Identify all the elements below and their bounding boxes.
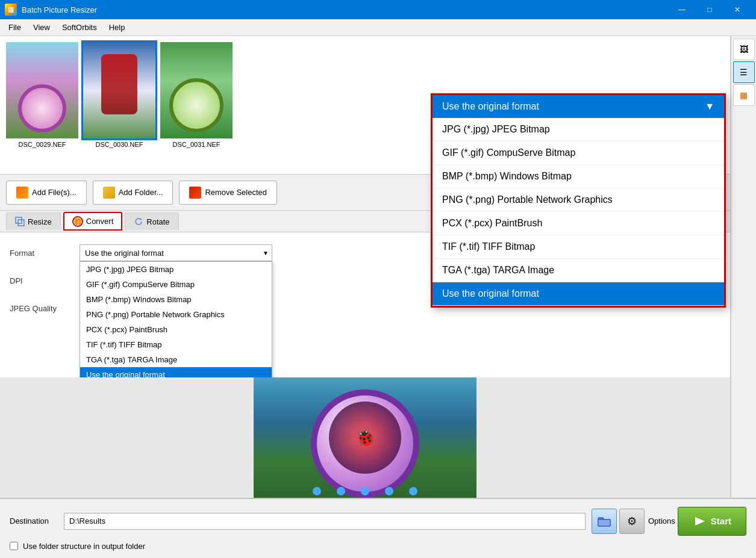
dropdown-item-2[interactable]: BMP (*.bmp) Windows Bitmap [80, 292, 272, 307]
thumb-image-3 [160, 42, 233, 138]
dropdown-item-5[interactable]: TIF (*.tif) TIFF Bitmap [80, 337, 272, 352]
convert-circle-icon [72, 216, 83, 227]
title-bar: 🖼 Batch Picture Resizer — □ ✕ [0, 0, 756, 19]
thumb-label-1: DSC_0029.NEF [19, 141, 66, 148]
dropdown-item-3[interactable]: PNG (*.png) Portable Network Graphics [80, 307, 272, 322]
add-folder-button[interactable]: Add Folder... [93, 181, 173, 205]
big-format-dropdown: Use the original format ▼ JPG (*.jpg) JP… [431, 93, 726, 308]
start-button[interactable]: Start [678, 507, 746, 536]
big-dropdown-item-6[interactable]: TGA (*.tga) TARGA Image [433, 259, 724, 282]
thumb-label-3: DSC_0031.NEF [173, 141, 220, 148]
menu-view[interactable]: View [27, 20, 56, 34]
start-label: Start [711, 516, 731, 526]
big-dropdown-item-0[interactable]: JPG (*.jpg) JPEG Bitmap [433, 118, 724, 141]
sidebar-image-view-btn[interactable]: 🖼 [733, 39, 755, 60]
preview-image: 🐞 [254, 377, 476, 498]
maximize-button[interactable]: □ [696, 0, 723, 19]
tab-convert-label: Convert [86, 217, 114, 226]
dropdown-item-0[interactable]: JPG (*.jpg) JPEG Bitmap [80, 262, 272, 277]
big-dropdown-item-5[interactable]: TIF (*.tif) TIFF Bitmap [433, 235, 724, 259]
thumbnail-2[interactable]: DSC_0030.NEF [83, 42, 155, 148]
app-icon: 🖼 [5, 4, 17, 16]
dropdown-item-6[interactable]: TGA (*.tga) TARGA Image [80, 352, 272, 367]
browse-folder-button[interactable] [592, 509, 617, 534]
big-dropdown-item-1[interactable]: GIF (*.gif) CompuServe Bitmap [433, 141, 724, 165]
remove-selected-button[interactable]: Remove Selected [179, 181, 277, 205]
big-dropdown-item-3[interactable]: PNG (*.png) Portable Network Graphics [433, 188, 724, 212]
big-dropdown-item-4[interactable]: PCX (*.pcx) PaintBrush [433, 212, 724, 235]
bottom-bar: Destination ⚙ Options Start [0, 498, 756, 558]
menu-softorbits[interactable]: SoftOrbits [56, 20, 103, 34]
start-arrow-icon [693, 515, 706, 528]
destination-input[interactable] [64, 513, 586, 530]
folder-structure-checkbox[interactable] [10, 542, 18, 550]
menu-bar: File View SoftOrbits Help [0, 19, 756, 36]
destination-row: Destination ⚙ Options Start [10, 507, 746, 536]
close-button[interactable]: ✕ [723, 0, 751, 19]
thumb-wrap-2 [83, 42, 155, 138]
right-sidebar: 🖼 ☰ ▦ [731, 36, 756, 498]
add-files-icon [16, 187, 28, 199]
resize-icon [15, 217, 25, 226]
dropdown-item-1[interactable]: GIF (*.gif) CompuServe Bitmap [80, 277, 272, 292]
thumb-wrap-1 [6, 42, 78, 138]
big-dropdown-header-text: Use the original format [442, 101, 539, 112]
dropdown-item-7[interactable]: Use the original format [80, 367, 272, 377]
remove-selected-label: Remove Selected [205, 188, 267, 197]
thumbnail-3[interactable]: DSC_0031.NEF [160, 42, 233, 148]
tab-rotate-label: Rotate [146, 217, 169, 226]
format-select-wrapper: JPG (*.jpg) JPEG Bitmap GIF (*.gif) Comp… [80, 244, 272, 261]
big-dropdown-item-2[interactable]: BMP (*.bmp) Windows Bitmap [433, 165, 724, 188]
thumb-label-2: DSC_0030.NEF [96, 141, 143, 148]
format-dropdown-open: JPG (*.jpg) JPEG Bitmap GIF (*.gif) Comp… [80, 261, 272, 377]
preview-area: 🐞 [0, 377, 730, 498]
format-select[interactable]: JPG (*.jpg) JPEG Bitmap GIF (*.gif) Comp… [80, 244, 272, 261]
big-dropdown-arrow: ▼ [705, 101, 714, 112]
format-label: Format [10, 249, 70, 258]
options-label: Options [648, 516, 675, 525]
rotate-icon [134, 217, 143, 226]
svg-marker-4 [695, 517, 705, 525]
folder-icon [597, 515, 611, 527]
options-button[interactable]: ⚙ [619, 509, 645, 534]
checkbox-row: Use folder structure in output folder [10, 542, 746, 551]
svg-rect-1 [18, 220, 24, 226]
thumbnail-1[interactable]: DSC_0029.NEF [6, 42, 78, 148]
jpeg-quality-label: JPEG Quality [10, 304, 70, 313]
menu-file[interactable]: File [2, 20, 27, 34]
menu-help[interactable]: Help [103, 20, 131, 34]
window-controls: — □ ✕ [668, 0, 751, 19]
tab-convert[interactable]: Convert [63, 212, 123, 231]
add-files-label: Add File(s)... [32, 188, 77, 197]
thumb-image-2 [83, 42, 155, 138]
add-files-button[interactable]: Add File(s)... [6, 181, 87, 205]
minimize-button[interactable]: — [668, 0, 696, 19]
big-dropdown-item-7[interactable]: Use the original format [433, 282, 724, 306]
destination-label: Destination [10, 516, 58, 525]
convert-icon [74, 218, 81, 225]
sidebar-grid-view-btn[interactable]: ▦ [733, 84, 755, 106]
dpi-label: DPI [10, 276, 70, 285]
tab-resize[interactable]: Resize [6, 212, 61, 230]
add-folder-label: Add Folder... [119, 188, 163, 197]
add-folder-icon [103, 187, 115, 199]
thumb-image-1 [6, 42, 78, 138]
svg-rect-3 [76, 220, 81, 225]
dropdown-item-4[interactable]: PCX (*.pcx) PaintBrush [80, 322, 272, 337]
sidebar-list-view-btn[interactable]: ☰ [733, 61, 755, 83]
window-title: Batch Picture Resizer [22, 5, 668, 14]
big-dropdown-header[interactable]: Use the original format ▼ [433, 95, 724, 118]
options-group: ⚙ Options [619, 509, 675, 534]
folder-structure-label: Use folder structure in output folder [23, 542, 145, 551]
thumb-wrap-3 [160, 42, 233, 138]
svg-rect-0 [16, 217, 22, 223]
tab-rotate[interactable]: Rotate [125, 212, 178, 230]
remove-icon [189, 187, 201, 199]
tab-resize-label: Resize [28, 217, 52, 226]
